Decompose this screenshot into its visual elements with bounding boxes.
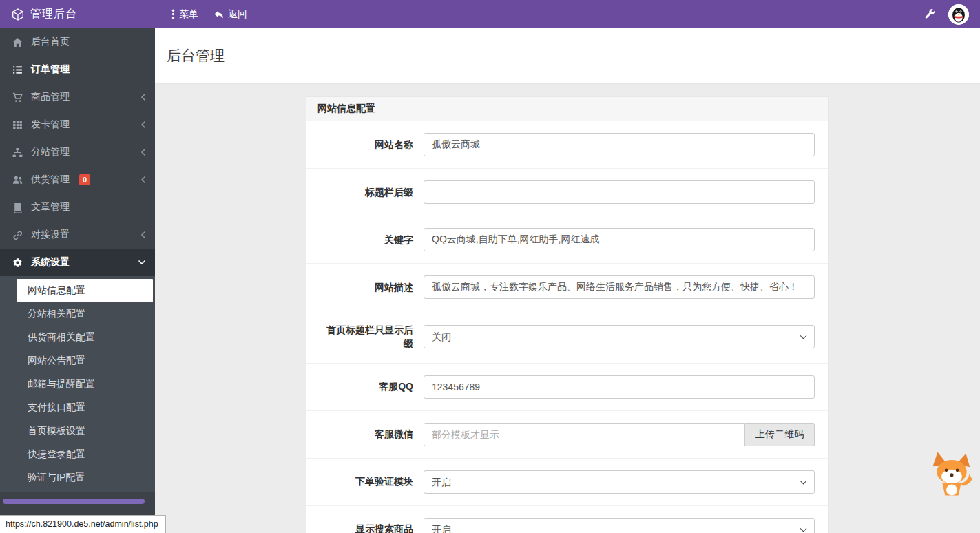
show-search-select[interactable]: 开启 <box>424 518 815 533</box>
submenu-label: 快捷登录配置 <box>28 448 85 461</box>
content-area: 网站信息配置 网站名称 标题栏后缀 关键字 <box>155 83 980 533</box>
submenu-label: 邮箱与提醒配置 <box>28 378 95 390</box>
sidebar-item-label: 订单管理 <box>31 63 70 76</box>
title-suffix-input[interactable] <box>424 180 815 204</box>
sidebar-scrollbar[interactable] <box>3 499 145 504</box>
back-label: 返回 <box>228 8 247 21</box>
list-icon <box>12 65 23 75</box>
chevron-left-icon <box>140 93 146 101</box>
back-button[interactable]: 返回 <box>213 8 247 21</box>
sidebar-item-label: 分站管理 <box>31 146 70 158</box>
brand[interactable]: 管理后台 <box>0 7 155 21</box>
sidebar-item-label: 系统设置 <box>31 256 70 269</box>
page-header: 后台管理 <box>155 28 980 83</box>
submenu-label: 网站信息配置 <box>28 284 85 297</box>
sidebar-item-orders[interactable]: 订单管理 <box>0 56 155 83</box>
book-icon <box>12 202 23 213</box>
page-title: 后台管理 <box>167 46 225 65</box>
submenu-item-email-config[interactable]: 邮箱与提醒配置 <box>0 373 155 396</box>
submenu-item-announcement-config[interactable]: 网站公告配置 <box>0 349 155 373</box>
supplier-count-badge: 0 <box>79 174 90 185</box>
sidebar-item-products[interactable]: 商品管理 <box>0 83 155 111</box>
users-icon <box>12 175 23 185</box>
sidebar-item-suppliers[interactable]: 供货管理 0 <box>0 166 155 194</box>
submenu-item-verify-ip-config[interactable]: 验证与IP配置 <box>0 466 155 490</box>
sidebar-item-label: 发卡管理 <box>31 118 70 131</box>
service-qq-input[interactable] <box>424 375 815 399</box>
brand-title: 管理后台 <box>30 7 77 21</box>
submenu-label: 首页模板设置 <box>28 425 85 437</box>
gear-icon <box>12 258 23 268</box>
back-arrow-icon <box>213 10 224 19</box>
menu-label: 菜单 <box>179 8 198 21</box>
submenu-label: 网站公告配置 <box>28 355 85 367</box>
submenu-item-quicklogin-config[interactable]: 快捷登录配置 <box>0 443 155 466</box>
form-row-service-wechat: 客服微信 上传二维码 <box>306 411 828 459</box>
sidebar-item-label: 后台首页 <box>31 36 70 48</box>
order-verify-select[interactable]: 开启 <box>424 470 815 494</box>
chevron-left-icon <box>140 231 146 239</box>
menu-button[interactable]: 菜单 <box>171 8 198 21</box>
menu-dots-icon <box>171 9 175 19</box>
sidebar: 后台首页 订单管理 商品管理 发卡管理 <box>0 28 155 533</box>
sidebar-item-settings[interactable]: 系统设置 <box>0 249 155 276</box>
qq-avatar[interactable] <box>948 4 969 25</box>
form-row-homepage-title: 首页标题栏只显示后缀 关闭 <box>306 311 828 364</box>
chevron-left-icon <box>140 121 146 129</box>
link-icon <box>12 230 23 240</box>
sitemap-icon <box>12 147 23 158</box>
site-description-input[interactable] <box>424 275 815 299</box>
field-label: 首页标题栏只显示后缀 <box>320 323 413 351</box>
sidebar-item-dashboard[interactable]: 后台首页 <box>0 28 155 56</box>
status-url-bar: https://ch.821900.de5.net/admin/list.php <box>0 515 166 533</box>
sidebar-item-api[interactable]: 对接设置 <box>0 221 155 249</box>
sidebar-item-substations[interactable]: 分站管理 <box>0 138 155 166</box>
homepage-title-select[interactable]: 关闭 <box>424 325 815 348</box>
sidebar-item-articles[interactable]: 文章管理 <box>0 194 155 221</box>
sidebar-item-cards[interactable]: 发卡管理 <box>0 111 155 138</box>
sidebar-item-label: 文章管理 <box>31 201 70 213</box>
field-label: 网站描述 <box>320 280 413 294</box>
form-row-service-qq: 客服QQ <box>306 364 828 411</box>
submenu-item-site-info[interactable]: 网站信息配置 <box>17 279 153 302</box>
cube-icon <box>12 8 24 21</box>
field-label: 下单验证模块 <box>320 474 413 488</box>
submenu-item-template-config[interactable]: 首页模板设置 <box>0 419 155 443</box>
submenu-label: 支付接口配置 <box>28 401 85 414</box>
site-name-input[interactable] <box>424 133 815 156</box>
field-label: 网站名称 <box>320 138 413 151</box>
submenu-label: 供货商相关配置 <box>28 331 95 344</box>
form-row-keywords: 关键字 <box>306 216 828 264</box>
card-header: 网站信息配置 <box>306 97 828 121</box>
form-row-site-name: 网站名称 <box>306 121 828 169</box>
sidebar-item-label: 商品管理 <box>31 91 70 103</box>
chevron-left-icon <box>140 148 146 156</box>
field-label: 关键字 <box>320 233 413 247</box>
chevron-left-icon <box>140 176 146 184</box>
home-icon <box>12 37 23 48</box>
field-label: 客服微信 <box>320 427 413 441</box>
submenu-label: 分站相关配置 <box>28 308 85 320</box>
fox-mascot[interactable] <box>926 449 977 507</box>
grid-icon <box>12 120 23 130</box>
field-label: 客服QQ <box>320 379 413 393</box>
chevron-down-icon <box>138 260 146 265</box>
submenu-item-substation-config[interactable]: 分站相关配置 <box>0 302 155 326</box>
form-row-order-verify: 下单验证模块 开启 <box>306 459 828 506</box>
form-row-show-search: 显示搜索商品 开启 <box>306 506 828 533</box>
cart-icon <box>12 92 23 103</box>
form-row-site-description: 网站描述 <box>306 264 828 311</box>
form-row-title-suffix: 标题栏后缀 <box>306 169 828 216</box>
service-wechat-input[interactable] <box>424 423 745 446</box>
sidebar-item-label: 供货管理 <box>31 174 70 186</box>
submenu-item-supplier-config[interactable]: 供货商相关配置 <box>0 326 155 349</box>
sidebar-item-label: 对接设置 <box>31 229 70 241</box>
submenu-label: 验证与IP配置 <box>28 472 85 484</box>
upload-qrcode-button[interactable]: 上传二维码 <box>745 423 815 446</box>
site-info-card: 网站信息配置 网站名称 标题栏后缀 关键字 <box>306 96 829 533</box>
main-area: 后台管理 网站信息配置 网站名称 标题栏后缀 关键字 <box>155 28 980 533</box>
field-label: 标题栏后缀 <box>320 185 413 199</box>
wrench-icon[interactable] <box>924 8 936 20</box>
submenu-item-payment-config[interactable]: 支付接口配置 <box>0 396 155 419</box>
keywords-input[interactable] <box>424 228 815 251</box>
